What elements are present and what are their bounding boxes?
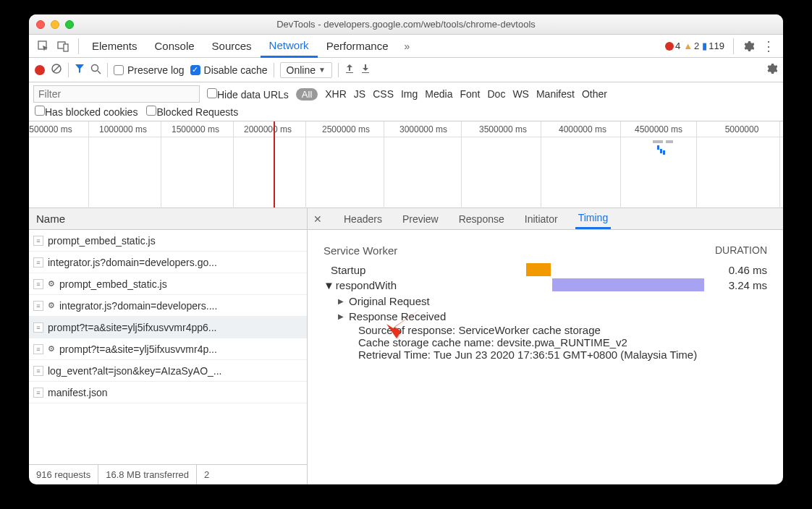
timeline-tick: 3500000 ms: [479, 124, 527, 134]
filter-bar: Hide data URLs All XHR JS CSS Img Media …: [29, 82, 783, 121]
tab-sources[interactable]: Sources: [203, 35, 261, 56]
filter-input[interactable]: [33, 85, 200, 103]
request-name: manifest.json: [48, 387, 107, 398]
detail-tab-preview[interactable]: Preview: [399, 210, 441, 228]
file-icon: ≡: [33, 388, 43, 398]
filter-media[interactable]: Media: [425, 88, 452, 100]
svg-point-5: [92, 64, 98, 71]
gear-icon: ⚙: [48, 344, 55, 354]
error-badge[interactable]: 4: [665, 40, 680, 51]
filter-js[interactable]: JS: [354, 88, 365, 100]
filter-css[interactable]: CSS: [373, 88, 394, 100]
clear-button[interactable]: [51, 63, 62, 77]
divider: [274, 63, 274, 77]
throttling-select[interactable]: Online▼: [280, 62, 332, 78]
cache-storage-name: Cache storage cache name: devsite.pwa_RU…: [358, 336, 767, 348]
tab-performance[interactable]: Performance: [318, 35, 397, 56]
request-row[interactable]: ≡integrator.js?domain=developers.go...: [29, 252, 307, 273]
timeline-gridline: [88, 121, 89, 208]
filter-font[interactable]: Font: [460, 88, 480, 100]
detail-tab-timing[interactable]: Timing: [575, 208, 612, 229]
filter-doc[interactable]: Doc: [487, 88, 505, 100]
timeline-tick: 500000 ms: [29, 124, 72, 134]
record-button[interactable]: [35, 65, 45, 75]
divider: [78, 38, 79, 54]
request-row[interactable]: ≡⚙prompt?t=a&site=ylj5ifxusvvmr4p...: [29, 338, 307, 360]
filter-ws[interactable]: WS: [512, 88, 529, 100]
source-of-response: Source of response: ServiceWorker cache …: [358, 324, 767, 336]
request-row[interactable]: ≡manifest.json: [29, 382, 307, 403]
download-har-icon[interactable]: [360, 64, 371, 76]
tab-console[interactable]: Console: [146, 35, 203, 56]
network-settings-icon[interactable]: [766, 63, 777, 77]
detail-tab-headers[interactable]: Headers: [341, 210, 385, 228]
kebab-menu-icon[interactable]: ⋮: [758, 36, 779, 56]
network-toolbar: Preserve log ✓Disable cache Online▼: [29, 58, 783, 82]
timing-row-respondwith[interactable]: ▼respondWith 3.24 ms: [323, 278, 767, 291]
duration-header: DURATION: [715, 244, 767, 258]
file-icon: ≡: [33, 236, 43, 246]
search-icon[interactable]: [90, 64, 101, 77]
tab-network[interactable]: Network: [261, 35, 318, 58]
device-toggle-icon[interactable]: [54, 36, 74, 56]
upload-har-icon[interactable]: [344, 64, 355, 76]
timeline-gridline: [305, 121, 306, 208]
devtools-window: DevTools - developers.google.com/web/too…: [29, 14, 783, 484]
timeline-gridline: [384, 121, 384, 208]
preserve-log-checkbox[interactable]: Preserve log: [114, 64, 185, 76]
divider: [338, 63, 339, 77]
timing-content: Service Worker DURATION Startup 0.46 ms …: [308, 230, 783, 484]
request-row[interactable]: ≡⚙integrator.js?domain=developers....: [29, 295, 307, 317]
timeline-tick: 3000000 ms: [399, 124, 447, 134]
message-icon: ▮: [702, 40, 707, 51]
timeline-overview[interactable]: 500000 ms1000000 ms1500000 ms2000000 ms2…: [29, 121, 783, 208]
footer-extra: 2: [197, 465, 216, 484]
filter-icon[interactable]: [75, 64, 85, 76]
hide-data-urls-checkbox[interactable]: Hide data URLs: [207, 88, 289, 100]
warning-badge[interactable]: ▲2: [683, 40, 699, 51]
request-row[interactable]: ≡prompt_embed_static.js: [29, 230, 307, 252]
timeline-tick: 1500000 ms: [172, 124, 219, 134]
timeline-gridline: [461, 121, 462, 208]
close-detail-icon[interactable]: ✕: [313, 213, 322, 225]
footer-transferred: 16.8 MB transferred: [98, 465, 197, 484]
filter-img[interactable]: Img: [401, 88, 418, 100]
tree-original-request[interactable]: ▶Original Request: [338, 294, 767, 309]
timeline-tick: 2500000 ms: [322, 124, 370, 134]
has-blocked-cookies-checkbox[interactable]: Has blocked cookies: [35, 106, 138, 118]
request-row[interactable]: ≡⚙prompt_embed_static.js: [29, 273, 307, 295]
gear-icon: ⚙: [48, 301, 55, 310]
main-split: Name ≡prompt_embed_static.js≡integrator.…: [29, 208, 783, 484]
blocked-requests-checkbox[interactable]: Blocked Requests: [146, 106, 238, 118]
request-row[interactable]: ≡prompt?t=a&site=ylj5ifxusvvmr4pp6...: [29, 317, 307, 338]
inspect-icon[interactable]: [33, 36, 54, 56]
filter-other[interactable]: Other: [582, 88, 607, 100]
detail-tab-bar: ✕ Headers Preview Response Initiator Tim…: [308, 208, 783, 230]
detail-tab-initiator[interactable]: Initiator: [522, 210, 561, 228]
timeline-gridline: [541, 121, 541, 208]
retrieval-time: Retrieval Time: Tue Jun 23 2020 17:36:51…: [358, 348, 767, 361]
window-title: DevTools - developers.google.com/web/too…: [29, 19, 783, 30]
tab-elements[interactable]: Elements: [83, 35, 146, 56]
file-icon: ≡: [33, 322, 43, 333]
tree-response-received[interactable]: ▶Response Received: [338, 309, 767, 324]
message-badge[interactable]: ▮119: [702, 40, 724, 51]
filter-xhr[interactable]: XHR: [325, 88, 347, 100]
name-column-header[interactable]: Name: [29, 208, 307, 230]
timeline-tick: 4500000 ms: [635, 124, 682, 134]
request-row[interactable]: ≡log_event?alt=json&key=AIzaSyAO_...: [29, 360, 307, 382]
warning-icon: ▲: [683, 40, 693, 51]
gear-icon: ⚙: [48, 279, 55, 288]
filter-all[interactable]: All: [296, 88, 318, 100]
request-list: ≡prompt_embed_static.js≡integrator.js?do…: [29, 230, 307, 464]
more-tabs-icon[interactable]: »: [397, 36, 418, 56]
detail-tab-response[interactable]: Response: [456, 210, 507, 228]
request-name: prompt_embed_static.js: [59, 278, 167, 290]
filter-manifest[interactable]: Manifest: [536, 88, 575, 100]
timeline-tick: 1000000 ms: [99, 124, 147, 134]
settings-icon[interactable]: [738, 36, 758, 56]
divider: [107, 63, 108, 77]
disable-cache-checkbox[interactable]: ✓Disable cache: [190, 64, 268, 76]
timeline-gridline: [161, 121, 161, 208]
file-icon: ≡: [33, 279, 43, 289]
